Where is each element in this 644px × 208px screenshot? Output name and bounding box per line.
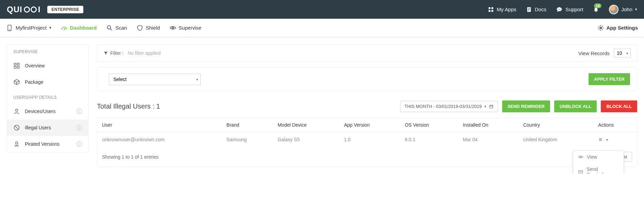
- date-range-label: THIS MONTH - 03/01/2019-03/31/2019: [404, 104, 482, 109]
- nav-label: Support: [565, 6, 583, 12]
- tab-dashboard[interactable]: Dashboard: [61, 25, 97, 31]
- dropdown-item-send-reminder[interactable]: Send Reminder: [573, 163, 624, 174]
- calendar-icon: [489, 104, 494, 109]
- th-os-version: OS Version: [400, 118, 458, 132]
- mail-icon: [578, 169, 583, 174]
- settings-label: App Settings: [607, 25, 638, 31]
- sidebar-item-label: Pirated Versions: [25, 141, 60, 147]
- nav-notifications[interactable]: 10: [593, 6, 599, 13]
- row-actions-menu[interactable]: ▾: [598, 137, 632, 142]
- sub-nav: MyfirstProject ▾ Dashboard Scan Shield S…: [0, 19, 644, 37]
- results-title: Total Illegal Users : 1: [97, 102, 160, 110]
- view-records-label: View Records: [578, 50, 610, 56]
- enterprise-badge: ENTERPRISE: [47, 6, 83, 13]
- cell-user: unknownuser@unknown.com: [97, 132, 222, 147]
- project-name: MyfirstProject: [16, 25, 47, 31]
- svg-point-12: [596, 11, 597, 12]
- th-brand: Brand: [222, 118, 273, 132]
- sidebar-item-illegal-users[interactable]: Illegal Users i: [7, 119, 88, 136]
- table-footer: Showing 1 to 1 of 1 entries First Last: [97, 147, 637, 166]
- nav-my-apps[interactable]: My Apps: [488, 6, 516, 13]
- sidebar-section-users: USERS/APP DETAILS: [7, 90, 88, 103]
- grid-icon: [488, 6, 494, 13]
- svg-rect-7: [528, 10, 529, 11]
- sidebar-item-label: Devices/Users: [25, 109, 55, 114]
- tab-scan[interactable]: Scan: [106, 25, 127, 31]
- nav-label: Docs: [535, 6, 546, 12]
- nav-user-menu[interactable]: John ▾: [609, 5, 637, 14]
- nav-label: My Apps: [497, 6, 516, 12]
- top-nav: My Apps Docs Support 10 John ▾: [488, 5, 637, 14]
- table-row: unknownuser@unknown.com Samsung Galaxy S…: [97, 132, 637, 147]
- gauge-icon: [61, 25, 68, 31]
- pirate-icon: [13, 141, 20, 147]
- overview-icon: [13, 62, 20, 69]
- svg-point-9: [558, 9, 559, 10]
- sidebar-item-label: Illegal Users: [25, 125, 51, 130]
- eye-icon: [169, 25, 176, 31]
- user-name: John: [621, 6, 632, 12]
- cell-installed-on: Mar 04: [458, 132, 518, 147]
- chevron-down-icon: ▾: [635, 7, 637, 12]
- svg-rect-32: [490, 105, 493, 108]
- th-installed-on: Installed On: [458, 118, 518, 132]
- cell-model: Galaxy S5: [273, 132, 339, 147]
- tab-shield[interactable]: Shield: [136, 25, 160, 31]
- tab-supervise[interactable]: Supervise: [169, 25, 201, 31]
- shield-icon: [136, 25, 143, 31]
- svg-rect-5: [528, 8, 530, 9]
- illegal-icon: [13, 124, 20, 131]
- th-country: Country: [518, 118, 593, 132]
- tab-label: Scan: [115, 25, 127, 31]
- svg-rect-23: [14, 66, 16, 68]
- svg-rect-2: [489, 10, 490, 12]
- nav-support[interactable]: Support: [556, 6, 583, 13]
- svg-point-19: [172, 27, 174, 29]
- th-app-version: App Version: [339, 118, 400, 132]
- filter-select[interactable]: Select: [109, 74, 201, 85]
- records-select[interactable]: 10: [614, 49, 631, 58]
- showing-text: Showing 1 to 1 of 1 entries: [102, 154, 159, 160]
- docs-icon: [526, 6, 532, 13]
- block-all-button[interactable]: BLOCK ALL: [601, 100, 637, 112]
- chevron-down-icon: ▾: [484, 105, 486, 108]
- info-icon: i: [77, 125, 82, 130]
- apply-filter-button[interactable]: APPLY FILTER: [589, 73, 630, 85]
- package-icon: [13, 79, 20, 85]
- date-range-picker[interactable]: THIS MONTH - 03/01/2019-03/31/2019 ▾: [400, 101, 498, 112]
- unblock-all-button[interactable]: UNBLOCK ALL: [554, 100, 597, 112]
- cell-country: United Kingdom: [518, 132, 593, 147]
- sidebar-item-pirated-versions[interactable]: Pirated Versions i: [7, 136, 88, 152]
- app-settings-link[interactable]: App Settings: [597, 25, 638, 31]
- logo-rings-icon: [24, 6, 37, 13]
- svg-point-16: [64, 29, 65, 30]
- svg-rect-6: [528, 9, 530, 10]
- info-icon: i: [77, 109, 82, 114]
- sidebar-item-overview[interactable]: Overview: [7, 58, 88, 74]
- cell-os-version: 6.0.1: [400, 132, 458, 147]
- no-filter-text: No filter applied: [128, 50, 161, 56]
- notif-count-badge: 10: [594, 3, 601, 8]
- main-content: Filter : No filter applied View Records …: [97, 44, 637, 167]
- nav-docs[interactable]: Docs: [526, 6, 546, 13]
- th-user: User: [97, 118, 222, 132]
- svg-point-26: [16, 109, 18, 111]
- results-table-panel: User Brand Model Device App Version OS V…: [97, 118, 637, 167]
- sidebar-item-package[interactable]: Package: [7, 74, 88, 90]
- th-model: Model Device: [273, 118, 339, 132]
- cell-app-version: 1.0: [339, 132, 400, 147]
- dropdown-item-view[interactable]: View: [573, 151, 624, 163]
- brand-logo[interactable]: QUI I: [7, 5, 40, 14]
- send-reminder-button[interactable]: SEND REMINDER: [502, 100, 550, 112]
- sidebar-item-devices-users[interactable]: Devices/Users i: [7, 103, 88, 119]
- filter-icon: [103, 51, 108, 55]
- sidebar: SUPERVISE Overview Package USERS/APP DET…: [7, 44, 88, 153]
- cell-brand: Samsung: [222, 132, 273, 147]
- project-picker[interactable]: MyfirstProject ▾: [6, 25, 51, 31]
- chevron-down-icon: ▾: [49, 26, 51, 30]
- avatar-icon: [609, 5, 618, 14]
- gear-icon: [597, 25, 604, 31]
- chat-icon: [556, 6, 563, 13]
- svg-line-18: [111, 29, 112, 30]
- user-icon: [13, 108, 20, 115]
